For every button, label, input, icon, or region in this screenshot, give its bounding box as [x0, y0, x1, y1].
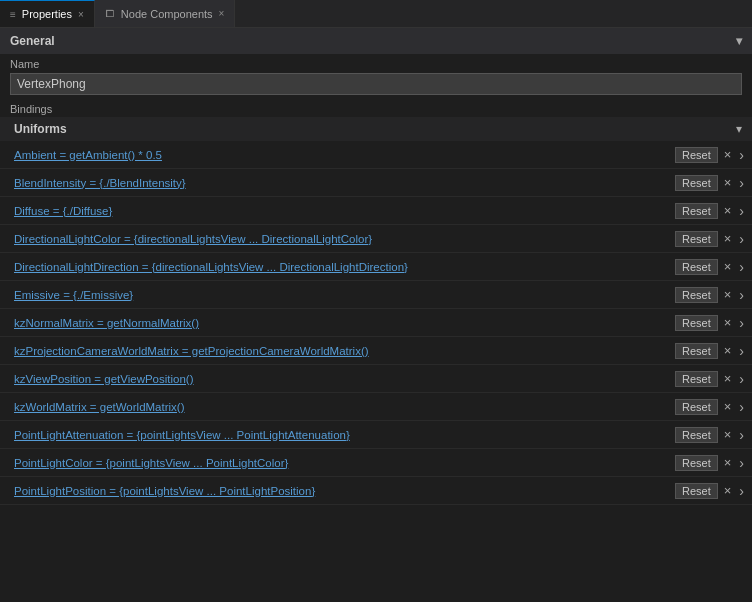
uniform-text[interactable]: BlendIntensity = {./BlendIntensity}: [14, 177, 671, 189]
navigate-button[interactable]: ›: [737, 147, 746, 163]
reset-button[interactable]: Reset: [675, 343, 718, 359]
remove-button[interactable]: ×: [720, 371, 736, 386]
uniforms-title: Uniforms: [14, 122, 67, 136]
uniform-row: Ambient = getAmbient() * 0.5Reset×›: [0, 141, 752, 169]
tab-properties-close[interactable]: ×: [78, 9, 84, 20]
tab-node-components-label: Node Components: [121, 8, 213, 20]
row-actions: Reset×›: [671, 399, 746, 415]
reset-button[interactable]: Reset: [675, 147, 718, 163]
remove-button[interactable]: ×: [720, 231, 736, 246]
remove-button[interactable]: ×: [720, 399, 736, 414]
uniform-row: Emissive = {./Emissive}Reset×›: [0, 281, 752, 309]
bindings-label: Bindings: [0, 99, 752, 117]
uniform-row: PointLightPosition = {pointLightsView ..…: [0, 477, 752, 505]
remove-button[interactable]: ×: [720, 147, 736, 162]
reset-button[interactable]: Reset: [675, 259, 718, 275]
row-actions: Reset×›: [671, 343, 746, 359]
uniform-text[interactable]: DirectionalLightColor = {directionalLigh…: [14, 233, 671, 245]
uniforms-list: Ambient = getAmbient() * 0.5Reset×›Blend…: [0, 141, 752, 505]
row-actions: Reset×›: [671, 259, 746, 275]
reset-button[interactable]: Reset: [675, 287, 718, 303]
remove-button[interactable]: ×: [720, 315, 736, 330]
uniform-text[interactable]: kzNormalMatrix = getNormalMatrix(): [14, 317, 671, 329]
reset-button[interactable]: Reset: [675, 455, 718, 471]
remove-button[interactable]: ×: [720, 427, 736, 442]
row-actions: Reset×›: [671, 455, 746, 471]
reset-button[interactable]: Reset: [675, 399, 718, 415]
navigate-button[interactable]: ›: [737, 399, 746, 415]
reset-button[interactable]: Reset: [675, 427, 718, 443]
row-actions: Reset×›: [671, 147, 746, 163]
row-actions: Reset×›: [671, 371, 746, 387]
row-actions: Reset×›: [671, 315, 746, 331]
reset-button[interactable]: Reset: [675, 483, 718, 499]
uniform-text[interactable]: PointLightAttenuation = {pointLightsView…: [14, 429, 671, 441]
navigate-button[interactable]: ›: [737, 203, 746, 219]
tab-properties-label: Properties: [22, 8, 72, 20]
navigate-button[interactable]: ›: [737, 483, 746, 499]
remove-button[interactable]: ×: [720, 203, 736, 218]
navigate-button[interactable]: ›: [737, 427, 746, 443]
uniform-row: DirectionalLightDirection = {directional…: [0, 253, 752, 281]
navigate-button[interactable]: ›: [737, 371, 746, 387]
navigate-button[interactable]: ›: [737, 315, 746, 331]
row-actions: Reset×›: [671, 231, 746, 247]
tab-bar: ≡ Properties × ⧠ Node Components ×: [0, 0, 752, 28]
row-actions: Reset×›: [671, 175, 746, 191]
uniform-text[interactable]: PointLightPosition = {pointLightsView ..…: [14, 485, 671, 497]
navigate-button[interactable]: ›: [737, 231, 746, 247]
remove-button[interactable]: ×: [720, 455, 736, 470]
uniform-row: Diffuse = {./Diffuse}Reset×›: [0, 197, 752, 225]
name-value[interactable]: VertexPhong: [10, 73, 742, 95]
main-content: General ▾ Name VertexPhong Bindings Unif…: [0, 28, 752, 602]
row-actions: Reset×›: [671, 203, 746, 219]
row-actions: Reset×›: [671, 483, 746, 499]
remove-button[interactable]: ×: [720, 287, 736, 302]
uniform-row: PointLightColor = {pointLightsView ... P…: [0, 449, 752, 477]
tab-properties[interactable]: ≡ Properties ×: [0, 0, 95, 27]
general-section-label: General: [10, 34, 55, 48]
navigate-button[interactable]: ›: [737, 287, 746, 303]
general-chevron-icon[interactable]: ▾: [736, 34, 742, 48]
properties-icon: ≡: [10, 9, 16, 20]
uniform-text[interactable]: kzWorldMatrix = getWorldMatrix(): [14, 401, 671, 413]
remove-button[interactable]: ×: [720, 175, 736, 190]
general-section-header: General ▾: [0, 28, 752, 54]
reset-button[interactable]: Reset: [675, 175, 718, 191]
uniform-text[interactable]: PointLightColor = {pointLightsView ... P…: [14, 457, 671, 469]
remove-button[interactable]: ×: [720, 259, 736, 274]
row-actions: Reset×›: [671, 427, 746, 443]
uniform-text[interactable]: Ambient = getAmbient() * 0.5: [14, 149, 671, 161]
uniform-row: BlendIntensity = {./BlendIntensity}Reset…: [0, 169, 752, 197]
uniform-text[interactable]: kzProjectionCameraWorldMatrix = getProje…: [14, 345, 671, 357]
tab-node-components-close[interactable]: ×: [219, 8, 225, 19]
uniform-row: kzProjectionCameraWorldMatrix = getProje…: [0, 337, 752, 365]
remove-button[interactable]: ×: [720, 343, 736, 358]
row-actions: Reset×›: [671, 287, 746, 303]
uniform-row: PointLightAttenuation = {pointLightsView…: [0, 421, 752, 449]
uniforms-chevron-icon[interactable]: ▾: [736, 122, 742, 136]
remove-button[interactable]: ×: [720, 483, 736, 498]
reset-button[interactable]: Reset: [675, 315, 718, 331]
navigate-button[interactable]: ›: [737, 455, 746, 471]
name-label: Name: [10, 58, 742, 70]
navigate-button[interactable]: ›: [737, 175, 746, 191]
uniforms-section-header: Uniforms ▾: [0, 117, 752, 141]
reset-button[interactable]: Reset: [675, 371, 718, 387]
node-components-icon: ⧠: [105, 8, 115, 19]
uniform-row: kzWorldMatrix = getWorldMatrix()Reset×›: [0, 393, 752, 421]
reset-button[interactable]: Reset: [675, 231, 718, 247]
uniform-text[interactable]: DirectionalLightDirection = {directional…: [14, 261, 671, 273]
navigate-button[interactable]: ›: [737, 343, 746, 359]
name-field-row: Name VertexPhong: [0, 54, 752, 99]
uniform-text[interactable]: Diffuse = {./Diffuse}: [14, 205, 671, 217]
tab-node-components[interactable]: ⧠ Node Components ×: [95, 0, 236, 27]
uniform-text[interactable]: Emissive = {./Emissive}: [14, 289, 671, 301]
uniform-row: DirectionalLightColor = {directionalLigh…: [0, 225, 752, 253]
uniform-text[interactable]: kzViewPosition = getViewPosition(): [14, 373, 671, 385]
uniform-row: kzNormalMatrix = getNormalMatrix()Reset×…: [0, 309, 752, 337]
navigate-button[interactable]: ›: [737, 259, 746, 275]
reset-button[interactable]: Reset: [675, 203, 718, 219]
uniform-row: kzViewPosition = getViewPosition()Reset×…: [0, 365, 752, 393]
